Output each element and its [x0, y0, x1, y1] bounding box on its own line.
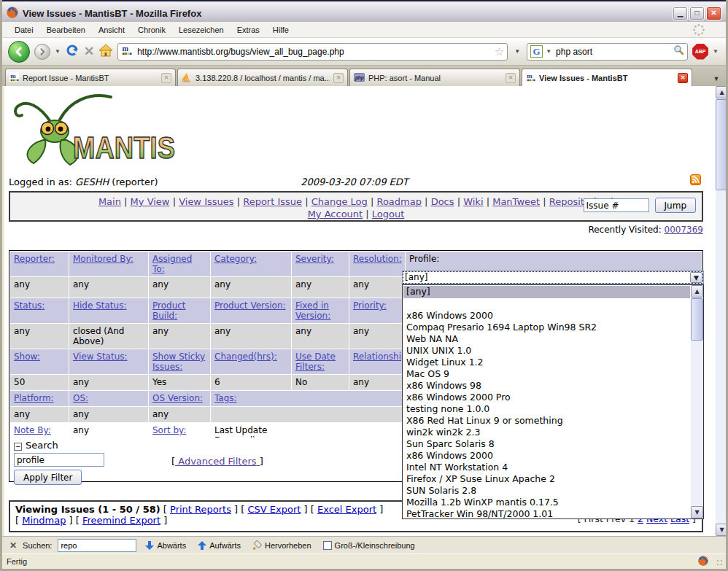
site-favicon-mantis[interactable]: m: [121, 44, 132, 58]
profile-option[interactable]: Compaq Presario 1694 Laptop Win98 SR2: [403, 322, 690, 333]
filter-resolution-link[interactable]: Resolution:: [353, 254, 402, 264]
export-link[interactable]: CSV Export: [247, 504, 301, 515]
profile-option[interactable]: testing none 1.0.0: [403, 403, 690, 415]
scrollbar-thumb[interactable]: [691, 298, 703, 341]
filter-hide-status-link[interactable]: Hide Status:: [73, 300, 126, 311]
filter-sticky-link[interactable]: Show Sticky Issues:: [152, 351, 205, 372]
filter-view-status-link[interactable]: View Status:: [73, 351, 128, 362]
findbar-close-icon[interactable]: ✕: [9, 540, 17, 551]
export-link[interactable]: Excel Export: [317, 504, 376, 515]
dropdown-scrollbar[interactable]: ▲ ▼: [691, 285, 703, 518]
menu-item[interactable]: Chronik: [131, 23, 172, 36]
profile-option[interactable]: Web NA NA: [403, 333, 690, 345]
stop-button[interactable]: ✕: [84, 44, 94, 59]
nav-link[interactable]: My Account: [308, 209, 363, 220]
scroll-up-icon[interactable]: ▲: [716, 86, 728, 98]
profile-option[interactable]: PetTracker Win 98/NT/2000 1.01: [403, 508, 690, 519]
home-button[interactable]: [98, 44, 113, 60]
filter-platform-link[interactable]: Platform:: [14, 393, 54, 403]
nav-link[interactable]: Logout: [372, 209, 405, 220]
rss-icon[interactable]: [690, 174, 701, 185]
back-button[interactable]: [8, 41, 30, 63]
close-button[interactable]: ✕: [706, 7, 721, 20]
filter-monitored-link[interactable]: Monitored By:: [73, 254, 133, 264]
apply-filter-button[interactable]: Apply Filter: [14, 470, 82, 485]
tab-report-issue[interactable]: m Report Issue - MantisBT ✕: [5, 69, 176, 86]
highlight-all-button[interactable]: Hervorheben: [249, 539, 314, 551]
filter-product-version-link[interactable]: Product Version:: [214, 300, 286, 311]
profile-option[interactable]: Intel NT Workstation 4: [403, 462, 690, 473]
find-next-button[interactable]: Abwärts: [142, 539, 189, 552]
filter-severity-link[interactable]: Severity:: [295, 254, 334, 264]
find-prev-button[interactable]: Aufwärts: [195, 539, 244, 552]
export-link[interactable]: Print Reports: [170, 504, 231, 515]
filter-product-build-link[interactable]: Product Build:: [152, 300, 186, 321]
recently-visited-link[interactable]: 0007369: [665, 225, 703, 235]
profile-option[interactable]: x86 Windows 98: [403, 380, 690, 392]
adblock-plus-icon[interactable]: ABP: [692, 44, 708, 60]
tab-phpmyadmin[interactable]: PMA 3.138.220.8 / localhost / mantis / m…: [177, 69, 348, 86]
checkbox-icon[interactable]: [323, 541, 332, 550]
tab-php-manual[interactable]: php PHP: asort - Manual ✕: [349, 69, 520, 86]
menu-item[interactable]: Bearbeiten: [40, 23, 92, 36]
profile-option[interactable]: x86 Windows 2000: [403, 450, 690, 462]
menu-item[interactable]: Hilfe: [266, 23, 295, 36]
menu-item[interactable]: Datei: [8, 23, 40, 36]
filter-assigned-link[interactable]: Assigned To:: [152, 254, 192, 274]
magnifier-icon[interactable]: [673, 44, 684, 58]
chevron-down-icon[interactable]: ▼: [690, 272, 702, 283]
filter-date-filters-link[interactable]: Use Date Filters:: [295, 351, 336, 372]
maximize-button[interactable]: □: [689, 7, 705, 20]
scroll-down-icon[interactable]: ▼: [716, 524, 728, 536]
url-input[interactable]: [136, 46, 491, 58]
scroll-up-icon[interactable]: ▲: [691, 285, 703, 298]
collapse-toggle-icon[interactable]: −: [14, 443, 22, 451]
tab-close-icon[interactable]: ✕: [161, 73, 171, 83]
scrollbar-thumb[interactable]: [716, 99, 728, 190]
abp-dropdown-icon[interactable]: ▼: [713, 48, 719, 55]
minimize-button[interactable]: ▁: [673, 7, 688, 20]
nav-link[interactable]: Main: [98, 196, 121, 207]
forward-button[interactable]: [34, 44, 50, 60]
history-dropdown-icon[interactable]: ▼: [55, 48, 61, 55]
mantis-logo[interactable]: MANTIS: [9, 88, 178, 171]
export-link[interactable]: Mindmap: [22, 515, 66, 526]
nav-link[interactable]: Report Issue: [243, 196, 302, 207]
web-search-bar[interactable]: G ▼: [527, 43, 688, 61]
profile-option[interactable]: [any]: [403, 286, 690, 298]
jump-button[interactable]: Jump: [655, 198, 696, 213]
match-case-checkbox[interactable]: Groß-/Kleinschreibung: [320, 540, 418, 551]
filter-fixed-in-link[interactable]: Fixed in Version:: [295, 300, 330, 321]
tab-view-issues-active[interactable]: m View Issues - MantisBT ✕: [522, 69, 692, 86]
engine-dropdown-icon[interactable]: ▼: [546, 48, 551, 55]
issue-number-input[interactable]: [584, 198, 649, 212]
tab-close-icon[interactable]: ✕: [333, 73, 344, 83]
profile-option[interactable]: Sun Sparc Solaris 8: [403, 438, 690, 450]
filter-os-link[interactable]: OS:: [73, 393, 88, 403]
filter-category-link[interactable]: Category:: [214, 254, 257, 264]
filter-priority-link[interactable]: Priority:: [353, 300, 387, 311]
filter-search-input[interactable]: [14, 453, 104, 467]
web-search-input[interactable]: [554, 46, 670, 58]
filter-status-link[interactable]: Status:: [14, 300, 44, 311]
nav-link[interactable]: Roadmap: [376, 196, 422, 207]
profile-select[interactable]: [any] ▼: [402, 271, 704, 284]
google-engine-icon[interactable]: G: [530, 45, 543, 58]
profile-option[interactable]: Mac OS 9: [403, 368, 690, 380]
filter-reporter-link[interactable]: Reporter:: [14, 254, 55, 264]
bookmark-star-icon[interactable]: ☆: [495, 45, 504, 58]
menu-item[interactable]: Lesezeichen: [172, 23, 231, 36]
advanced-filters-link[interactable]: Advanced Filters: [171, 456, 263, 467]
nav-link[interactable]: ManTweet: [492, 196, 540, 207]
tab-close-icon[interactable]: ✕: [506, 73, 516, 83]
scroll-down-icon[interactable]: ▼: [691, 506, 703, 518]
nav-link[interactable]: View Issues: [179, 196, 233, 207]
tab-close-icon[interactable]: ✕: [678, 73, 688, 83]
profile-option[interactable]: X86 Red Hat Linux 9 or something: [403, 415, 690, 427]
page-scrollbar[interactable]: ▲ ▼: [716, 86, 728, 536]
profile-option[interactable]: UNIX UNIX 1.0: [403, 345, 690, 357]
filter-changed-link[interactable]: Changed(hrs):: [214, 351, 277, 362]
tab-overflow-icon[interactable]: ▼: [710, 71, 723, 86]
menu-item[interactable]: Ansicht: [92, 23, 131, 36]
location-bar[interactable]: m ☆: [117, 43, 508, 61]
